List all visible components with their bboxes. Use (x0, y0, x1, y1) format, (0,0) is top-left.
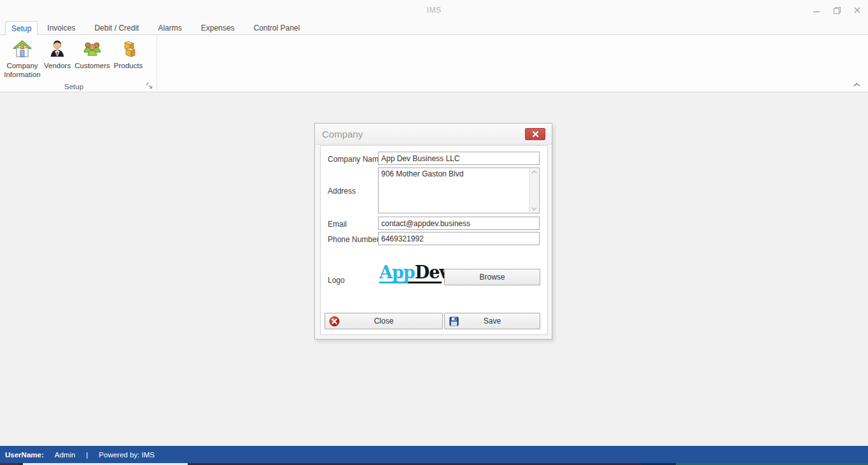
dialog-title-bar: Company (315, 124, 552, 145)
username-value: Admin (55, 451, 76, 459)
ribbon-button-label: Products (114, 62, 143, 71)
close-button-label: Close (374, 317, 394, 326)
ribbon-group-setup: Company Information Vendors (0, 35, 157, 92)
dialog-launcher-icon[interactable] (146, 82, 153, 90)
ribbon-button-label: Customers (74, 62, 110, 71)
save-button-label: Save (484, 317, 501, 326)
powered-by-text: Powered by: IMS (99, 451, 155, 459)
scroll-up-icon (531, 170, 537, 174)
window-title: IMS (0, 6, 868, 15)
ribbon-button-label: Vendors (44, 62, 71, 71)
save-button[interactable]: Save (444, 313, 540, 329)
address-field: 906 Mother Gaston Blvd (378, 168, 540, 213)
dialog-panel: Company Name Address 906 Mother Gaston B… (320, 145, 548, 335)
ribbon-button-vendors[interactable]: Vendors (42, 37, 73, 72)
house-icon (11, 38, 33, 60)
ribbon: Company Information Vendors (0, 35, 868, 92)
title-bar: IMS (0, 0, 868, 21)
window-close-icon[interactable] (851, 4, 863, 16)
customers-group-icon (81, 38, 103, 60)
company-name-input[interactable] (378, 152, 540, 165)
scroll-down-icon (531, 207, 537, 211)
ribbon-collapse-chevron-icon[interactable] (851, 80, 862, 89)
address-scrollbar[interactable] (529, 169, 538, 212)
logo-text-dev: Dev (415, 262, 449, 282)
close-circle-icon (329, 316, 340, 327)
ribbon-button-company-information[interactable]: Company Information (3, 37, 42, 81)
tab-debit-credit[interactable]: Debit / Credit (85, 21, 148, 35)
ribbon-button-products[interactable]: Products (112, 37, 144, 72)
minimize-icon[interactable] (811, 4, 822, 16)
restore-icon[interactable] (831, 4, 843, 16)
phone-number-label: Phone Number (328, 235, 379, 244)
tab-control-panel[interactable]: Control Panel (244, 21, 309, 35)
save-floppy-icon (449, 316, 459, 327)
content-area: Company Company Name Address 906 Mother … (0, 93, 868, 446)
logo-text-app: App (379, 262, 415, 282)
address-label: Address (328, 187, 356, 196)
window-controls (811, 4, 863, 16)
ribbon-button-customers[interactable]: Customers (73, 37, 112, 72)
products-boxes-icon (118, 38, 139, 60)
company-name-label: Company Name (328, 155, 383, 164)
status-separator: | (86, 451, 88, 459)
tab-expenses[interactable]: Expenses (192, 21, 244, 35)
phone-number-input[interactable] (378, 232, 540, 245)
address-textarea[interactable]: 906 Mother Gaston Blvd (379, 168, 539, 213)
status-bar: UserName: Admin | Powered by: IMS (0, 446, 868, 463)
close-button[interactable]: Close (325, 313, 443, 329)
company-logo-image: AppDev (379, 264, 442, 283)
ribbon-button-label: Company Information (4, 62, 41, 80)
logo-label: Logo (328, 276, 345, 285)
browse-button[interactable]: Browse (444, 269, 540, 285)
tab-setup[interactable]: Setup (5, 21, 38, 36)
company-dialog: Company Company Name Address 906 Mother … (314, 123, 552, 340)
dialog-close-x-icon (532, 131, 539, 138)
dialog-close-button[interactable] (525, 128, 545, 140)
ribbon-tab-row: Setup Invoices Debit / Credit Alarms Exp… (0, 21, 868, 35)
ribbon-group-label: Setup (0, 83, 148, 90)
vendor-person-icon (46, 38, 68, 60)
email-label: Email (328, 220, 347, 229)
email-input[interactable] (378, 217, 540, 230)
username-label: UserName: (5, 451, 44, 459)
logo-text: AppDev (379, 264, 442, 281)
tab-invoices[interactable]: Invoices (38, 21, 85, 35)
tab-alarms[interactable]: Alarms (148, 21, 191, 35)
dialog-title: Company (322, 129, 363, 140)
